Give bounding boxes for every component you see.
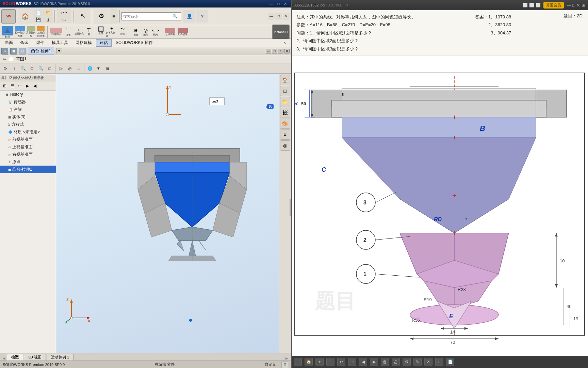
vp-light-button[interactable]: ☼ xyxy=(75,64,83,73)
tree-item-right-plane[interactable]: ▱ 右视基准面 xyxy=(0,151,56,158)
ref-settings-button[interactable]: ⚙ xyxy=(403,358,411,366)
select-button[interactable]: ↖ xyxy=(75,9,90,24)
ref-win-restore[interactable]: ⊞ xyxy=(582,3,585,8)
pattern-button[interactable]: ⠿ 线性阵列 xyxy=(74,27,85,37)
filter-button[interactable]: ≡ xyxy=(110,9,118,24)
boundary-cut-button[interactable]: 边界切除 xyxy=(177,28,189,36)
sub-win-max[interactable]: □ xyxy=(272,49,277,53)
vp-zoom-button[interactable]: 🔍 xyxy=(19,64,27,73)
tree-tool-4[interactable]: ▶ xyxy=(24,82,31,89)
tree-item-origin[interactable]: ✛ 原点 xyxy=(0,158,56,166)
sketch-checkbox[interactable] xyxy=(9,57,13,61)
vp-select-button[interactable]: □ xyxy=(46,64,54,73)
motion-tab[interactable]: 运动算例 1 xyxy=(47,354,74,361)
part-mode-button[interactable]: ⬡ xyxy=(19,48,26,55)
rt-list-button[interactable]: ≡ xyxy=(280,129,290,140)
new-button[interactable]: 📄 xyxy=(33,9,43,16)
extrude-button[interactable]: 拉伸凸台/基体 xyxy=(14,26,26,38)
ref-home-button[interactable]: 🏠 xyxy=(305,358,313,366)
intersect-button[interactable]: ⊕ 相交 xyxy=(131,28,141,36)
search-input[interactable] xyxy=(123,14,173,18)
win-max-button[interactable]: □ xyxy=(275,13,282,20)
minimize-icon[interactable]: — xyxy=(268,2,275,6)
curve-button[interactable]: 〜 曲线 xyxy=(118,26,127,38)
ref-expand-button[interactable]: ↔ xyxy=(435,358,443,366)
vp-rotate-button[interactable]: ⟳ xyxy=(1,64,10,73)
instant3d-button[interactable]: Instant3D xyxy=(272,25,290,40)
tree-item-extrude1[interactable]: ◼ 凸台-拉伸1 xyxy=(0,166,56,173)
rt-home-button[interactable]: 🏠 xyxy=(280,75,290,85)
sw-plugins-tab[interactable]: SOLIDWORKS 插件 xyxy=(112,39,156,47)
extrude-boss-button[interactable]: 扫描 xyxy=(1,26,14,38)
vp-zoomfit-button[interactable]: ⊡ xyxy=(28,64,36,73)
ref-edit-button[interactable]: ✎ xyxy=(413,358,422,366)
vip-button[interactable]: 开通会员 xyxy=(543,2,564,9)
ref-win-min[interactable]: — xyxy=(567,3,571,8)
3d-viewport[interactable]: Y X Ed = 10 xyxy=(56,74,279,353)
rt-view-button[interactable]: □ xyxy=(280,86,290,96)
vp-arrow-button[interactable]: ↑ xyxy=(10,64,18,73)
print-button[interactable]: 🖨 xyxy=(43,16,53,23)
revolve-button[interactable]: 旋转凸台/基体 xyxy=(36,26,46,38)
tree-item-sensors[interactable]: 📡 传感器 xyxy=(0,98,56,106)
home-button[interactable]: 🏠 xyxy=(18,9,33,24)
ref-delete-button[interactable]: 🗑 xyxy=(381,358,389,366)
sub-win-min[interactable]: — xyxy=(266,49,271,53)
ref-zoom-out-button[interactable]: − xyxy=(326,358,334,366)
fillet-button[interactable]: ⌒ 圆角 xyxy=(64,27,73,37)
sub-win-restore[interactable]: ↕ xyxy=(278,49,283,53)
help-button[interactable]: ? xyxy=(196,10,208,22)
rt-circle-button[interactable]: ◎ xyxy=(280,140,290,151)
tree-item-bodies[interactable]: ◼ 实体(3) xyxy=(0,113,56,121)
ref-icon-1[interactable]: ⬜ xyxy=(523,3,528,7)
ref-zoom-in-button[interactable]: + xyxy=(315,358,324,366)
ref-next-button[interactable]: ▶ xyxy=(370,358,378,366)
vp-display-button[interactable]: 👁 xyxy=(95,64,103,73)
tree-item-equations[interactable]: Σ 方程式 xyxy=(0,121,56,128)
vp-zoom2-button[interactable]: 🔍 xyxy=(37,64,45,73)
rt-folder-button[interactable]: 📁 xyxy=(280,97,290,107)
solid-mode-button[interactable]: ◼ xyxy=(10,48,17,55)
sw-logo-button[interactable]: SW xyxy=(1,9,16,24)
save-button[interactable]: 💾 xyxy=(33,16,43,23)
model-tab[interactable]: 模型 xyxy=(7,354,23,361)
vp-filter-button[interactable]: ◎ xyxy=(66,64,74,73)
evaluate-tab[interactable]: 评估 xyxy=(96,39,112,47)
mesh-tab[interactable]: 网格建模 xyxy=(72,39,95,47)
ref-icon-2[interactable]: ⬜ xyxy=(529,3,534,7)
win-close-button[interactable]: ✕ xyxy=(283,13,290,20)
ref-win-close[interactable]: ✕ xyxy=(576,3,580,8)
tree-item-annotations[interactable]: 📋 注解 xyxy=(0,106,56,113)
rt-image-button[interactable]: 🖼 xyxy=(280,108,290,118)
ref-win-max[interactable]: □ xyxy=(572,3,575,8)
ref-page-button[interactable]: 📄 xyxy=(446,358,454,366)
sheet-metal-tab[interactable]: 钣金 xyxy=(17,39,32,47)
tree-item-top-plane[interactable]: ▱ 上视基准面 xyxy=(0,143,56,151)
tree-item-material[interactable]: 🔷 材质 <未指定> xyxy=(0,128,56,136)
ref-close2-button[interactable]: ✕ xyxy=(424,358,432,366)
search-icon[interactable]: 🔍 xyxy=(173,14,178,19)
tree-tool-2[interactable]: ☰ xyxy=(9,82,16,89)
rib-button[interactable]: ⊤ 筋 xyxy=(85,27,92,37)
open-button[interactable]: 📂 xyxy=(43,9,53,16)
maximize-icon[interactable]: □ xyxy=(276,2,281,6)
ref-icon-3[interactable]: ⬜ xyxy=(536,3,541,7)
tab-scroll-right[interactable]: ▶ xyxy=(284,356,290,361)
ref-undo-button[interactable]: ↩ xyxy=(337,358,345,366)
ref-redo-button[interactable]: ↪ xyxy=(348,358,356,366)
user-button[interactable]: 👤 xyxy=(183,10,195,22)
tree-item-history[interactable]: ⏺ History xyxy=(0,91,56,98)
tree-tool-5[interactable]: ◀ xyxy=(31,82,38,89)
sketch-mode-button[interactable]: ✎ xyxy=(1,48,8,55)
win-min-button[interactable]: — xyxy=(268,13,275,20)
ref-back-button[interactable]: ← xyxy=(294,358,302,366)
wrap-button[interactable]: 🔲 包覆 xyxy=(96,26,105,38)
surface-tab[interactable]: 曲面 xyxy=(1,39,16,47)
ref-print-button[interactable]: 🖨 xyxy=(392,358,400,366)
tree-tool-3[interactable]: ↩ xyxy=(16,82,23,89)
ref-geo-button[interactable]: ✦ 参考几何体 xyxy=(106,26,117,38)
mold-tab[interactable]: 模具工具 xyxy=(48,39,71,47)
ref-prev-button[interactable]: ◀ xyxy=(359,358,367,366)
tree-tool-1[interactable]: ⊞ xyxy=(1,82,8,89)
hole-wizard-button[interactable]: 异型孔向导 xyxy=(26,26,36,38)
